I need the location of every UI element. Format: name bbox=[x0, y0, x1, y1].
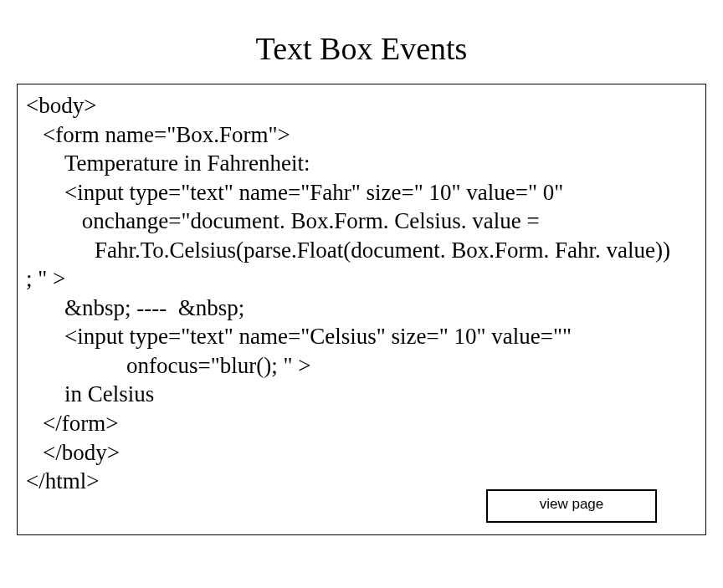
code-line: <form name="Box.Form"> bbox=[26, 120, 697, 150]
code-line: onchange="document. Box.Form. Celsius. v… bbox=[26, 207, 697, 236]
code-line: <input type="text" name="Celsius" size="… bbox=[26, 322, 697, 351]
code-line: <input type="text" name="Fahr" size=" 10… bbox=[26, 178, 697, 207]
code-line: onfocus="blur(); " > bbox=[26, 351, 697, 381]
code-line: &nbsp; ---- &nbsp; bbox=[26, 294, 697, 323]
code-line: <body> bbox=[26, 91, 697, 120]
slide-title: Text Box Events bbox=[0, 0, 723, 84]
code-line: Temperature in Fahrenheit: bbox=[26, 149, 697, 178]
slide: Text Box Events <body> <form name="Box.F… bbox=[0, 0, 723, 588]
code-line: </body> bbox=[26, 438, 697, 468]
code-line: Fahr.To.Celsius(parse.Float(document. Bo… bbox=[26, 236, 697, 265]
code-line: ; " > bbox=[26, 264, 697, 294]
view-page-button[interactable]: view page bbox=[486, 489, 657, 523]
code-box: <body> <form name="Box.Form"> Temperatur… bbox=[17, 84, 706, 535]
code-line: in Celsius bbox=[26, 380, 697, 409]
code-line: </form> bbox=[26, 409, 697, 438]
